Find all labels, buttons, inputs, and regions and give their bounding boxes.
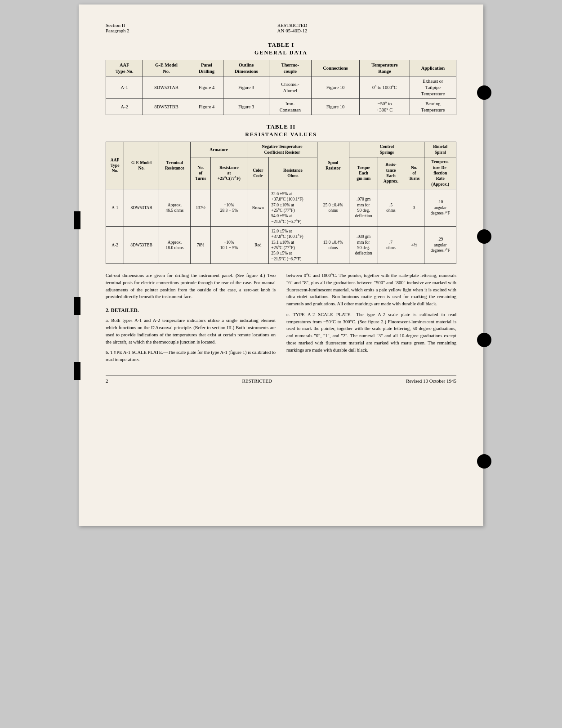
table2-title: TABLE II	[106, 123, 456, 130]
table2-row-a2: A-2 8DW53TBB Approx.18.0 ohms 78½ +10%10…	[106, 226, 456, 264]
col-ge-model: G-E ModelNo.	[143, 60, 190, 76]
t2-arm-turns: No.ofTurns	[190, 157, 211, 189]
col-outline-dims: OutlineDimensions	[223, 60, 269, 76]
table1-subtitle: GENERAL DATA	[106, 49, 456, 56]
t2-col-armature: Armature	[190, 142, 247, 157]
t2-col-spool: SpoolResistor	[317, 142, 349, 189]
para-a: a. Both types A-1 and A-2 temperature in…	[106, 317, 276, 345]
t2-col-terminal: TerminalResistance	[159, 142, 190, 189]
right-column: between 0°C and 1000°C. The pointer, tog…	[286, 272, 456, 367]
t2-color-code: ColorCode	[247, 157, 269, 189]
circle-marker-1	[477, 85, 491, 100]
table1-title: TABLE I	[106, 41, 456, 49]
col-panel-drilling: PanelDrilling	[190, 60, 223, 76]
footer-revised: Revised 10 October 1945	[406, 378, 456, 384]
circle-marker-4	[477, 454, 491, 469]
t2-col-ge: G-E ModelNo.	[124, 142, 159, 189]
para-b-cont: between 0°C and 1000°C. The pointer, tog…	[286, 272, 456, 308]
t2-resistance-ohms: ResistanceOhms	[269, 157, 317, 189]
t2-col-neg-temp: Negative TemperatureCoefficient Resistor	[247, 142, 317, 157]
footer-classification: RESTRICTED	[242, 378, 272, 384]
body-text: Cut-out dimensions are given for drillin…	[106, 272, 456, 367]
table2-subtitle: RESISTANCE VALUES	[106, 131, 456, 138]
t2-col-aaf: AAFTypeNo.	[106, 142, 124, 189]
t2-no-turns: No.ofTurns	[404, 157, 424, 189]
table1-row-a1: A-1 8DW53TAB Figure 4 Figure 3 Chromel-A…	[106, 76, 456, 99]
table2: AAFTypeNo. G-E ModelNo. TerminalResistan…	[106, 142, 456, 264]
page-footer: 2 RESTRICTED Revised 10 October 1945	[106, 375, 456, 384]
left-column: Cut-out dimensions are given for drillin…	[106, 272, 276, 367]
t2-col-bimetal: BimetalSpiral	[424, 142, 456, 157]
para-cutout: Cut-out dimensions are given for drillin…	[106, 272, 276, 300]
page: Section II Paragraph 2 RESTRICTED AN 05-…	[79, 4, 483, 526]
col-thermocouple: Thermo-couple	[269, 60, 311, 76]
rect-marker-3	[74, 362, 80, 380]
col-application: Application	[410, 60, 456, 76]
section-label: Section II Paragraph 2	[106, 22, 129, 33]
footer-page-number: 2	[106, 378, 108, 384]
table1-row-a2: A-2 8DW53TBB Figure 4 Figure 3 Iron-Cons…	[106, 99, 456, 115]
page-header: Section II Paragraph 2 RESTRICTED AN 05-…	[106, 22, 456, 33]
circle-marker-3	[477, 333, 491, 347]
t2-col-control-springs: ControlSprings	[349, 142, 424, 157]
header-right-spacer	[455, 22, 456, 33]
rect-marker-1	[74, 211, 80, 229]
section2-heading: 2. DETAILED.	[106, 307, 276, 314]
t2-arm-resistance: Resistanceat+25°C(77°F)	[211, 157, 247, 189]
t2-temp-deflection: Tempera-ture De-flectionRate(Approx.)	[424, 157, 456, 189]
col-connections: Connections	[311, 60, 359, 76]
table1: AAFType No. G-E ModelNo. PanelDrilling O…	[106, 60, 456, 115]
circle-marker-2	[477, 229, 491, 244]
t2-resis-each: Resis-tanceEachApprox.	[378, 157, 404, 189]
doc-info: RESTRICTED AN 05-40D-12	[277, 22, 308, 33]
t2-torque: TorqueEachgm mm	[349, 157, 378, 189]
col-aaf: AAFType No.	[106, 60, 143, 76]
table2-row-a1: A-1 8DW53TAB Approx.46.5 ohms 137½ +10%2…	[106, 189, 456, 226]
rect-marker-2	[74, 297, 80, 315]
col-temp-range: TemperatureRange	[360, 60, 410, 76]
para-c: c. TYPE A-2 SCALE PLATE.—The type A-2 sc…	[286, 311, 456, 354]
para-b-start: b. TYPE A-1 SCALE PLATE.—The scale plate…	[106, 349, 276, 363]
